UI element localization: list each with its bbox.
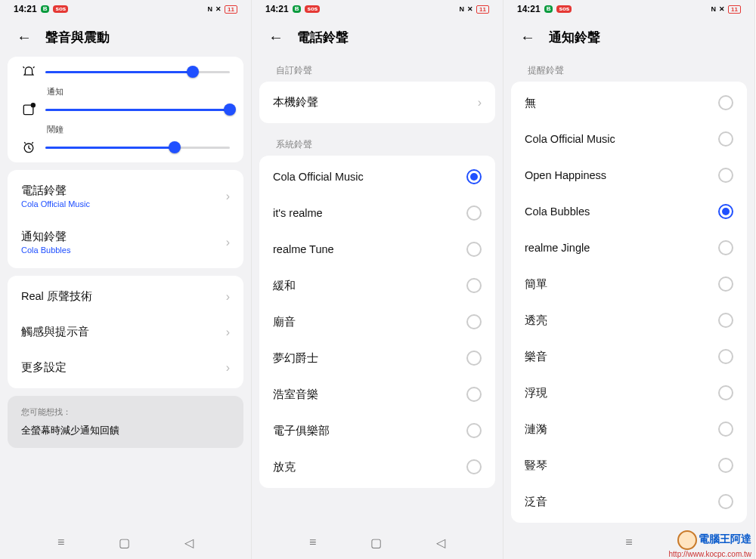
notify-ringtone-row[interactable]: 通知鈴聲Cola Bubbles › xyxy=(21,219,230,265)
alarm-slider[interactable] xyxy=(21,135,230,159)
radio-icon xyxy=(718,131,733,147)
radio-icon xyxy=(466,169,482,184)
radio-icon xyxy=(718,204,733,219)
radio-icon xyxy=(466,314,482,329)
ringtone-option[interactable]: realme Tune xyxy=(273,231,482,267)
radio-icon xyxy=(718,240,733,255)
recents-icon[interactable]: ≡ xyxy=(309,536,316,549)
haptics-row[interactable]: 觸感與提示音› xyxy=(21,314,230,350)
ringtone-option[interactable]: 浩室音樂 xyxy=(273,376,482,412)
ringtone-option[interactable]: Cola Official Music xyxy=(525,121,733,157)
indicator-green: B xyxy=(41,5,50,13)
ringtone-option[interactable]: 緩和 xyxy=(273,267,482,304)
notify-icon xyxy=(21,102,36,117)
radio-icon xyxy=(718,349,733,364)
suggestion-card[interactable]: 您可能想找： 全螢幕時減少通知回饋 xyxy=(8,396,243,448)
radio-icon xyxy=(466,423,482,438)
real-audio-row[interactable]: Real 原聲技術› xyxy=(21,279,230,314)
home-icon[interactable]: ▢ xyxy=(119,536,130,550)
ringtone-option[interactable]: 漣漪 xyxy=(525,411,733,447)
ringtone-option[interactable]: 夢幻爵士 xyxy=(273,340,482,376)
battery-icon: 11 xyxy=(225,5,237,14)
phone-notify-list: 14:21BsosN✕11 ←通知鈴聲 提醒鈴聲 無Cola Official … xyxy=(503,0,755,559)
chevron-right-icon: › xyxy=(226,236,230,249)
ringtone-option[interactable]: 豎琴 xyxy=(525,447,733,483)
radio-icon xyxy=(718,168,733,183)
radio-icon xyxy=(466,205,482,221)
nav-bar: ≡ ▢ ◁ xyxy=(0,526,251,559)
status-bar: 14:21Bsos N✕11 xyxy=(0,0,251,18)
ringtone-option[interactable]: 廟音 xyxy=(273,304,482,340)
page-title: 電話鈴聲 xyxy=(297,29,349,46)
back-icon[interactable]: ← xyxy=(520,29,535,46)
ringtone-option[interactable]: Cola Official Music xyxy=(273,159,482,195)
home-icon[interactable]: ▢ xyxy=(370,536,382,550)
ringtone-option[interactable]: 透亮 xyxy=(525,302,733,338)
phone-ringtone-row[interactable]: 電話鈴聲Cola Official Music › xyxy=(21,173,230,219)
recents-icon[interactable]: ≡ xyxy=(57,536,64,549)
chevron-right-icon: › xyxy=(226,190,230,203)
back-icon[interactable]: ← xyxy=(268,29,284,46)
radio-icon xyxy=(466,459,482,474)
ring-slider[interactable] xyxy=(21,60,230,84)
radio-icon xyxy=(466,387,482,402)
ringtone-option[interactable]: Open Happiness xyxy=(525,157,733,193)
page-title: 通知鈴聲 xyxy=(549,29,600,46)
indicator-sos: sos xyxy=(53,5,68,13)
ringtone-option[interactable]: realme Jingle xyxy=(525,230,733,266)
alarm-icon xyxy=(21,140,36,155)
radio-icon xyxy=(466,278,482,293)
radio-icon xyxy=(718,422,733,437)
radio-icon xyxy=(718,313,733,328)
more-settings-row[interactable]: 更多設定› xyxy=(21,350,230,385)
back-nav-icon[interactable]: ◁ xyxy=(436,536,445,550)
ringtone-option[interactable]: Cola Bubbles xyxy=(525,193,733,230)
ringtone-option[interactable]: 無 xyxy=(525,85,733,121)
ringtone-option[interactable]: 泛音 xyxy=(525,483,733,520)
back-icon[interactable]: ← xyxy=(17,29,32,46)
local-ringtone-row[interactable]: 本機鈴聲› xyxy=(273,85,482,120)
back-nav-icon[interactable]: ◁ xyxy=(184,536,194,550)
notify-slider[interactable] xyxy=(21,97,230,122)
ringtone-option[interactable]: 電子俱樂部 xyxy=(273,412,482,449)
radio-icon xyxy=(718,494,733,509)
recents-icon[interactable]: ≡ xyxy=(625,536,632,549)
ringtone-option[interactable]: it's realme xyxy=(273,195,482,231)
radio-icon xyxy=(718,385,733,400)
radio-icon xyxy=(466,351,482,366)
ringtone-option[interactable]: 放克 xyxy=(273,449,482,485)
page-title: 聲音與震動 xyxy=(45,29,110,46)
bell-icon xyxy=(21,64,36,79)
radio-icon xyxy=(718,95,733,110)
radio-icon xyxy=(718,458,733,473)
ringtone-option[interactable]: 樂音 xyxy=(525,338,733,375)
phone-ringtone-list: 14:21BsosN✕11 ←電話鈴聲 自訂鈴聲 本機鈴聲› 系統鈴聲 Cola… xyxy=(252,0,503,559)
svg-point-1 xyxy=(31,103,35,107)
radio-icon xyxy=(718,276,733,292)
phone-sound-vibration: 14:21Bsos N✕11 ← 聲音與震動 通知 鬧鐘 電話鈴聲Cola xyxy=(0,0,252,559)
ringtone-option[interactable]: 浮現 xyxy=(525,375,733,411)
radio-icon xyxy=(466,242,482,257)
ringtone-option[interactable]: 簡單 xyxy=(525,266,733,302)
